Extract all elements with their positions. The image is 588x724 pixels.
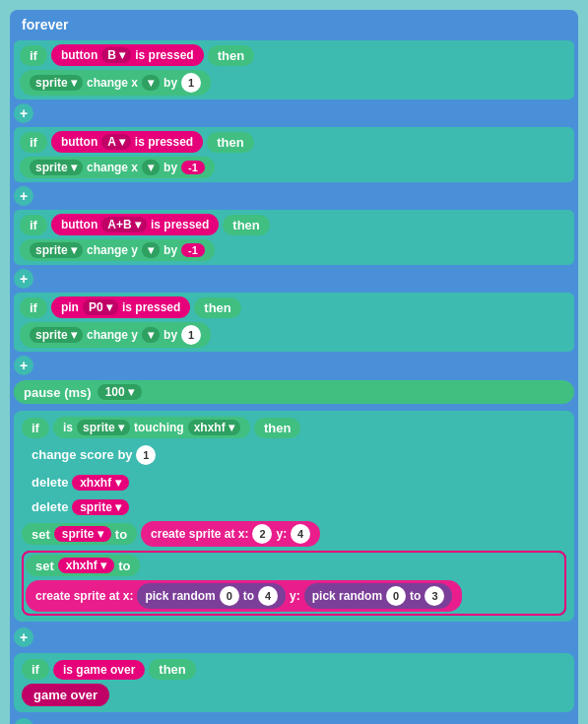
pick-random-y-block[interactable]: pick random 0 to 3 xyxy=(304,583,453,609)
set-xhxhf-block[interactable]: set xhxhf ▾ to xyxy=(26,555,140,576)
val-1[interactable]: 1 xyxy=(181,73,201,93)
if-button-a-section: if button A ▾ is pressed then sprite ▾ c… xyxy=(14,127,574,182)
workspace: forever if button B ▾ is pressed then sp… xyxy=(0,0,588,724)
button-b-block[interactable]: button B ▾ is pressed xyxy=(51,44,204,66)
pick-random-y-to[interactable]: 3 xyxy=(425,586,444,606)
plus-1[interactable]: + xyxy=(14,103,33,123)
val-neg1-a[interactable]: -1 xyxy=(181,161,205,174)
change-y-neg1-block[interactable]: sprite ▾ change y ▾ by -1 xyxy=(20,239,215,261)
change-y-1-row: sprite ▾ change y ▾ by 1 xyxy=(20,322,568,348)
delete-xhxhf-row: delete xhxhf ▾ xyxy=(22,472,566,493)
game-over-condition[interactable]: is game over xyxy=(53,660,145,680)
change-y-1-block[interactable]: sprite ▾ change y ▾ by 1 xyxy=(20,322,211,348)
y-dd-2[interactable]: ▾ xyxy=(142,327,160,343)
sprite-dd-5[interactable]: sprite ▾ xyxy=(77,420,130,435)
x-dd-2[interactable]: ▾ xyxy=(142,160,160,175)
change-score-block[interactable]: change score by 1 xyxy=(22,442,165,468)
plus-4[interactable]: + xyxy=(14,356,33,375)
create-y-val[interactable]: 4 xyxy=(291,524,310,544)
create-sprite-1-block[interactable]: create sprite at x: 2 y: 4 xyxy=(141,521,320,547)
if-keyword-4: if xyxy=(20,297,47,318)
sprite-dd-2[interactable]: sprite ▾ xyxy=(30,160,83,175)
change-y-neg1-row: sprite ▾ change y ▾ by -1 xyxy=(20,239,568,261)
change-score-row: change score by 1 xyxy=(22,442,566,468)
pin-dd[interactable]: P0 ▾ xyxy=(83,299,118,315)
delete-sprite-dd[interactable]: sprite ▾ xyxy=(72,499,129,515)
if-button-b-row: if button B ▾ is pressed then xyxy=(20,44,568,66)
delete-sprite-block[interactable]: delete sprite ▾ xyxy=(22,496,139,517)
set-sprite-row: set sprite ▾ to create sprite at x: 2 y:… xyxy=(22,521,566,547)
val-neg1-ab[interactable]: -1 xyxy=(181,243,205,257)
then-keyword-1: then xyxy=(208,45,254,66)
pick-random-y-from[interactable]: 0 xyxy=(386,586,406,606)
if-button-a-row: if button A ▾ is pressed then xyxy=(20,131,568,153)
button-ab-block[interactable]: button A+B ▾ is pressed xyxy=(51,214,219,235)
set-xhxhf-row: set xhxhf ▾ to create sprite at x: pick … xyxy=(22,551,566,616)
then-keyword-5: then xyxy=(254,418,300,438)
button-a-block[interactable]: button A ▾ is pressed xyxy=(51,131,203,153)
to-text-2: to xyxy=(410,589,421,603)
game-over-action-block[interactable]: game over xyxy=(22,684,109,706)
if-touching-row: if is sprite ▾ touching xhxhf ▾ then xyxy=(22,417,566,438)
plus-3[interactable]: + xyxy=(14,269,33,289)
sprite-dd-1[interactable]: sprite ▾ xyxy=(30,75,83,91)
delete-xhxhf-dd[interactable]: xhxhf ▾ xyxy=(72,475,128,491)
sprite-dd-4[interactable]: sprite ▾ xyxy=(30,327,83,343)
touching-target-dd[interactable]: xhxhf ▾ xyxy=(188,420,240,435)
to-text-1: to xyxy=(243,589,254,603)
sprite-dd-3[interactable]: sprite ▾ xyxy=(30,242,83,258)
plus-6[interactable]: + xyxy=(14,718,33,724)
then-keyword-2: then xyxy=(207,132,253,153)
pause-block[interactable]: pause (ms) 100 ▾ xyxy=(14,380,574,404)
button-a-dropdown[interactable]: A ▾ xyxy=(101,134,131,150)
val-1-y[interactable]: 1 xyxy=(181,325,201,345)
is-touching-block[interactable]: is sprite ▾ touching xhxhf ▾ xyxy=(53,417,250,438)
x-dd-1[interactable]: ▾ xyxy=(142,75,160,91)
forever-label: forever xyxy=(14,14,574,38)
if-keyword-3: if xyxy=(20,215,47,235)
if-pin-p0-section: if pin P0 ▾ is pressed then sprite ▾ cha… xyxy=(14,293,574,352)
pin-p0-block[interactable]: pin P0 ▾ is pressed xyxy=(51,296,190,318)
if-button-b-section: if button B ▾ is pressed then sprite ▾ c… xyxy=(14,40,574,99)
forever-block: forever if button B ▾ is pressed then sp… xyxy=(10,10,578,724)
pick-random-x-block[interactable]: pick random 0 to 4 xyxy=(137,583,286,609)
button-ab-dropdown[interactable]: A+B ▾ xyxy=(101,217,147,232)
if-game-over-row: if is game over then xyxy=(22,659,566,680)
button-b-dropdown[interactable]: B ▾ xyxy=(101,47,131,63)
then-keyword-3: then xyxy=(223,215,269,235)
y-dd-1[interactable]: ▾ xyxy=(142,242,160,258)
if-button-ab-section: if button A+B ▾ is pressed then sprite ▾… xyxy=(14,210,574,265)
if-keyword-6: if xyxy=(22,659,49,680)
set-sprite-dd[interactable]: sprite ▾ xyxy=(54,526,111,542)
pause-value[interactable]: 100 ▾ xyxy=(98,384,142,400)
set-sprite-block[interactable]: set sprite ▾ to xyxy=(22,523,137,545)
change-x-by-1-row: sprite ▾ change x ▾ by 1 xyxy=(20,70,568,96)
pick-random-x-from[interactable]: 0 xyxy=(220,586,239,606)
game-over-action-row: game over xyxy=(22,684,566,706)
plus-5[interactable]: + xyxy=(14,627,33,647)
score-val[interactable]: 1 xyxy=(136,445,156,465)
if-touching-section: if is sprite ▾ touching xhxhf ▾ then cha… xyxy=(14,411,574,622)
if-keyword-1: if xyxy=(20,45,47,66)
set-xhxhf-dd[interactable]: xhxhf ▾ xyxy=(58,558,114,573)
pick-random-x-to[interactable]: 4 xyxy=(258,586,278,606)
then-keyword-6: then xyxy=(149,659,195,680)
delete-sprite-row: delete sprite ▾ xyxy=(22,496,566,517)
delete-xhxhf-block[interactable]: delete xhxhf ▾ xyxy=(22,472,139,493)
plus-2[interactable]: + xyxy=(14,186,33,206)
if-game-over-section: if is game over then game over xyxy=(14,653,574,712)
change-x-neg1-block[interactable]: sprite ▾ change x ▾ by -1 xyxy=(20,157,215,178)
create-x-val[interactable]: 2 xyxy=(252,524,272,544)
if-keyword-2: if xyxy=(20,132,47,153)
then-keyword-4: then xyxy=(194,297,240,318)
if-pin-p0-row: if pin P0 ▾ is pressed then xyxy=(20,296,568,318)
if-keyword-5: if xyxy=(22,418,49,438)
change-x-1-block[interactable]: sprite ▾ change x ▾ by 1 xyxy=(20,70,211,96)
create-sprite-2-block[interactable]: create sprite at x: pick random 0 to 4 y… xyxy=(26,580,462,612)
if-button-ab-row: if button A+B ▾ is pressed then xyxy=(20,214,568,235)
change-x-neg1-row: sprite ▾ change x ▾ by -1 xyxy=(20,157,568,178)
